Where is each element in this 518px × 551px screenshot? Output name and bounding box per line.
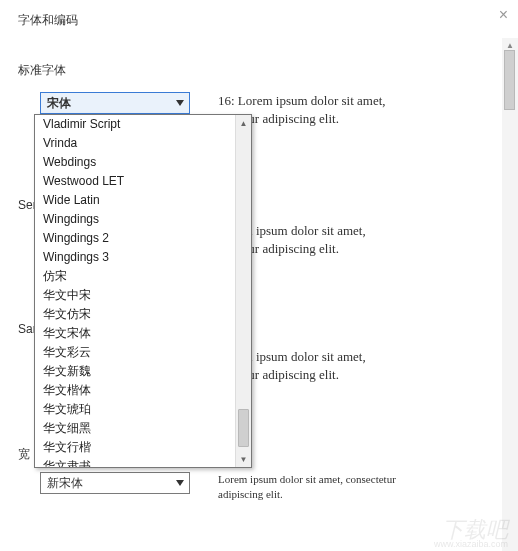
dropdown-option[interactable]: 华文细黑 [35,419,235,438]
close-icon[interactable]: × [499,6,508,24]
dropdown-option[interactable]: 华文仿宋 [35,305,235,324]
dropdown-option[interactable]: 华文新魏 [35,362,235,381]
scroll-down-icon[interactable]: ▼ [236,451,251,467]
mono-font-value: 新宋体 [47,475,83,492]
scroll-thumb[interactable] [238,409,249,447]
mono-preview-text: Lorem ipsum dolor sit amet, consectetur … [218,472,498,503]
dropdown-option[interactable]: Vladimir Script [35,115,235,134]
watermark-url: www.xiazaiba.com [434,539,508,549]
dropdown-option[interactable]: 华文行楷 [35,438,235,457]
mono-font-label: 宽 [18,446,30,463]
standard-font-select[interactable]: 宋体 [40,92,190,114]
standard-font-value: 宋体 [47,95,71,112]
dropdown-option[interactable]: 华文琥珀 [35,400,235,419]
standard-font-label: 标准字体 [18,62,66,79]
mono-font-select[interactable]: 新宋体 [40,472,190,494]
chevron-down-icon [171,93,189,113]
font-dropdown-list[interactable]: Vladimir ScriptVrindaWebdingsWestwood LE… [34,114,252,468]
standard-preview-text: 16: Lorem ipsum dolor sit amet, cectetur… [218,92,498,128]
dropdown-option[interactable]: Wingdings 2 [35,229,235,248]
dropdown-scrollbar[interactable]: ▲ ▼ [235,115,251,467]
watermark-text: 下载吧 [442,515,508,545]
page-scrollbar[interactable]: ▲ [502,38,518,551]
dropdown-option[interactable]: 华文彩云 [35,343,235,362]
sans-preview-text: Lorem ipsum dolor sit amet, cectetur adi… [218,348,498,384]
dropdown-option[interactable]: Wide Latin [35,191,235,210]
chevron-down-icon [171,473,189,493]
dropdown-option[interactable]: Wingdings [35,210,235,229]
dropdown-option[interactable]: 华文宋体 [35,324,235,343]
page-title: 字体和编码 [18,13,78,27]
dropdown-option[interactable]: Webdings [35,153,235,172]
dropdown-option[interactable]: 华文隶书 [35,457,235,467]
dropdown-option[interactable]: Westwood LET [35,172,235,191]
dropdown-option[interactable]: Wingdings 3 [35,248,235,267]
page-scroll-thumb[interactable] [504,50,515,110]
dropdown-option[interactable]: Vrinda [35,134,235,153]
dropdown-option[interactable]: 仿宋 [35,267,235,286]
scroll-up-icon[interactable]: ▲ [236,115,251,131]
dropdown-option[interactable]: 华文楷体 [35,381,235,400]
serif-preview-text: Lorem ipsum dolor sit amet, cectetur adi… [218,222,498,258]
dropdown-option[interactable]: 华文中宋 [35,286,235,305]
